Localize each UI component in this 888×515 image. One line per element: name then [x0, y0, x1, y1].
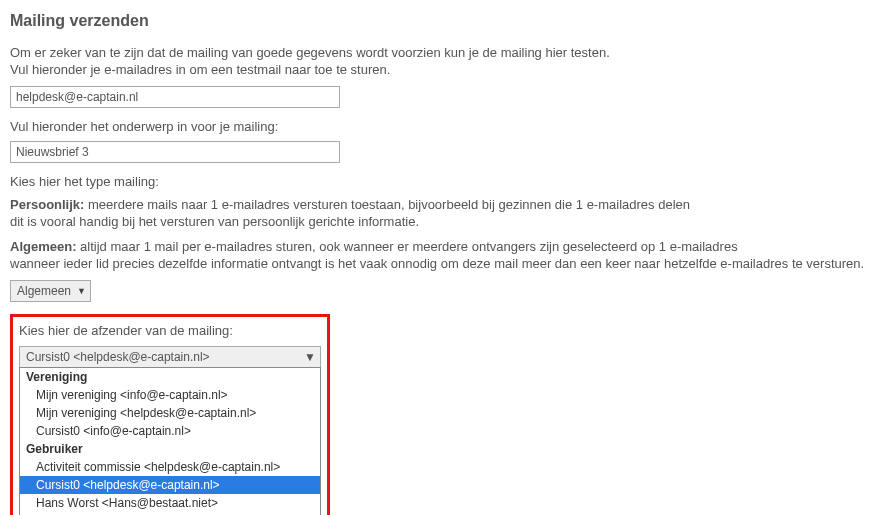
type-persoonlijk-desc1: meerdere mails naar 1 e-mailadres verstu…: [84, 197, 690, 212]
type-algemeen-description: Algemeen: altijd maar 1 mail per e-maila…: [10, 238, 878, 272]
dropdown-option[interactable]: Mijn vereniging <info@e-captain.nl>: [20, 386, 320, 404]
dropdown-option-selected[interactable]: Cursist0 <helpdesk@e-captain.nl>: [20, 476, 320, 494]
type-algemeen-desc1: altijd maar 1 mail per e-mailadres sture…: [76, 239, 737, 254]
sender-dropdown-list: Vereniging Mijn vereniging <info@e-capta…: [19, 367, 321, 515]
test-email-input[interactable]: [10, 86, 340, 108]
mailing-type-select[interactable]: Algemeen ▼: [10, 280, 91, 302]
page-title: Mailing verzenden: [10, 12, 878, 30]
dropdown-group-vereniging: Vereniging: [20, 368, 320, 386]
type-persoonlijk-description: Persoonlijk: meerdere mails naar 1 e-mai…: [10, 196, 878, 230]
intro-line-2: Vul hieronder je e-mailadres in om een t…: [10, 62, 390, 77]
chevron-down-icon: ▼: [77, 286, 86, 296]
type-persoonlijk-bold: Persoonlijk:: [10, 197, 84, 212]
dropdown-option[interactable]: Hans Worst <Hans@bestaat.niet>: [20, 494, 320, 512]
intro-text: Om er zeker van te zijn dat de mailing v…: [10, 44, 878, 78]
sender-select[interactable]: Cursist0 <helpdesk@e-captain.nl> ▼: [19, 346, 321, 368]
dropdown-option[interactable]: Activiteit commissie <helpdesk@e-captain…: [20, 458, 320, 476]
mailing-type-value: Algemeen: [17, 284, 71, 298]
sender-label: Kies hier de afzender van de mailing:: [19, 323, 321, 338]
dropdown-group-gebruiker: Gebruiker: [20, 440, 320, 458]
subject-label: Vul hieronder het onderwerp in voor je m…: [10, 118, 878, 135]
dropdown-option[interactable]: Cursist0 <info@e-captain.nl>: [20, 422, 320, 440]
intro-line-1: Om er zeker van te zijn dat de mailing v…: [10, 45, 610, 60]
type-algemeen-bold: Algemeen:: [10, 239, 76, 254]
chevron-down-icon: ▼: [304, 350, 316, 364]
sender-select-value: Cursist0 <helpdesk@e-captain.nl>: [26, 350, 210, 364]
subject-input[interactable]: [10, 141, 340, 163]
type-algemeen-desc2: wanneer ieder lid precies dezelfde infor…: [10, 256, 864, 271]
mailing-type-label: Kies hier het type mailing:: [10, 173, 878, 190]
type-persoonlijk-desc2: dit is vooral handig bij het versturen v…: [10, 214, 419, 229]
dropdown-option[interactable]: Mijn vereniging <helpdesk@e-captain.nl>: [20, 404, 320, 422]
highlight-frame: Kies hier de afzender van de mailing: Cu…: [10, 314, 330, 515]
